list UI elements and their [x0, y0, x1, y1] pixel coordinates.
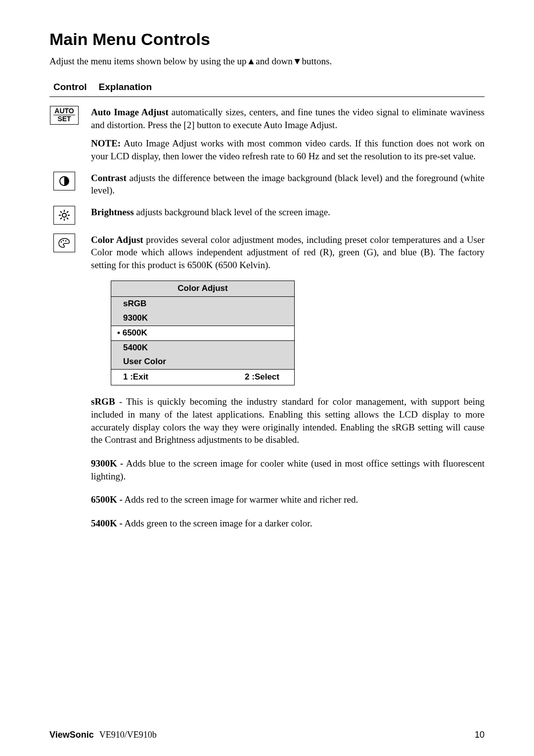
6500k-label: 6500K - — [91, 494, 123, 505]
5400k-paragraph: 5400K - Adds green to the screen image f… — [91, 517, 485, 530]
osd-item-srgb: sRGB — [111, 297, 294, 311]
svg-line-6 — [60, 211, 62, 213]
6500k-paragraph: 6500K - Adds red to the screen image for… — [91, 493, 485, 506]
svg-line-9 — [67, 211, 68, 213]
osd-item-9300k: 9300K — [111, 311, 294, 326]
color-adjust-label: Color Adjust — [91, 235, 143, 245]
svg-line-7 — [67, 218, 68, 219]
auto-paragraph-2: NOTE: Auto Image Adjust works with most … — [91, 137, 485, 162]
srgb-desc: - This is quickly becoming the industry … — [91, 396, 485, 445]
auto-label: Auto Image Adjust — [91, 107, 169, 117]
srgb-label: sRGB — [91, 396, 115, 407]
auto-desc-2: Auto Image Adjust works with most common… — [91, 138, 485, 161]
row-brightness: Brightness adjusts background black leve… — [49, 206, 485, 225]
osd-exit: 1 :Exit — [123, 372, 148, 383]
5400k-desc: Adds green to the screen image for a dar… — [123, 518, 312, 528]
svg-point-10 — [61, 241, 62, 243]
row-auto-image-adjust: AUTO SET Auto Image Adjust automatically… — [49, 106, 485, 163]
9300k-label: 9300K - — [91, 458, 123, 469]
page-number: 10 — [475, 730, 485, 740]
row-color-adjust: Color Adjust provides several color adju… — [49, 234, 485, 272]
color-adjust-paragraph: Color Adjust provides several color adju… — [91, 234, 485, 272]
intro-text: Adjust the menu items shown below by usi… — [49, 56, 485, 67]
contrast-desc: adjusts the difference between the image… — [91, 173, 485, 196]
brightness-desc: adjusts background black level of the sc… — [134, 207, 330, 217]
6500k-desc: Adds red to the screen image for warmer … — [123, 494, 358, 505]
page-footer: ViewSonic VE910/VE910b 10 — [49, 730, 485, 740]
osd-item-user-color: User Color — [111, 355, 294, 369]
contrast-icon — [53, 172, 75, 190]
svg-point-1 — [62, 213, 66, 217]
osd-item-5400k: 5400K — [111, 341, 294, 355]
9300k-desc: Adds blue to the screen image for cooler… — [91, 458, 485, 481]
note-label: NOTE: — [91, 138, 121, 148]
contrast-label: Contrast — [91, 173, 127, 183]
osd-title: Color Adjust — [111, 281, 294, 297]
5400k-label: 5400K - — [91, 518, 123, 528]
auto-text: AUTO — [53, 107, 75, 115]
footer-model: VE910/VE910b — [99, 730, 157, 740]
auto-paragraph-1: Auto Image Adjust automatically sizes, c… — [91, 106, 485, 131]
color-adjust-desc: provides several color adjustment modes,… — [91, 235, 485, 270]
brightness-paragraph: Brightness adjusts background black leve… — [91, 206, 485, 219]
palette-icon — [53, 234, 75, 252]
osd-footer: 1 :Exit 2 :Select — [111, 369, 294, 385]
svg-line-8 — [60, 218, 62, 219]
table-header: Control Explanation — [49, 80, 485, 97]
footer-brand: ViewSonic — [49, 730, 94, 740]
srgb-paragraph: sRGB - This is quickly becoming the indu… — [91, 395, 485, 446]
svg-point-11 — [63, 240, 64, 241]
brightness-icon — [53, 206, 75, 225]
auto-set-icon: AUTO SET — [50, 106, 78, 125]
header-explanation: Explanation — [99, 82, 152, 93]
row-contrast: Contrast adjusts the difference between … — [49, 172, 485, 197]
svg-point-12 — [65, 240, 67, 242]
brightness-label: Brightness — [91, 207, 134, 217]
osd-menu: Color Adjust sRGB 9300K • 6500K 5400K Us… — [111, 281, 295, 386]
9300k-paragraph: 9300K - Adds blue to the screen image fo… — [91, 457, 485, 482]
page-title: Main Menu Controls — [49, 30, 485, 49]
set-text: SET — [53, 115, 75, 123]
header-control: Control — [53, 82, 87, 93]
contrast-paragraph: Contrast adjusts the difference between … — [91, 172, 485, 197]
osd-select: 2 :Select — [245, 372, 279, 383]
osd-item-6500k: • 6500K — [111, 326, 294, 341]
